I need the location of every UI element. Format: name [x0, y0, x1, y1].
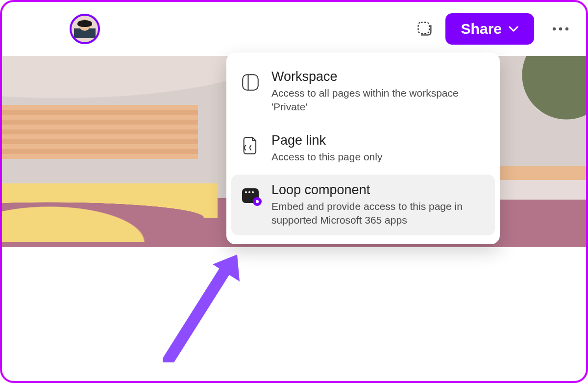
svg-point-3	[565, 27, 568, 30]
share-option-title: Workspace	[271, 69, 486, 84]
app-frame: Share Workspace Access to all pages wi	[0, 0, 588, 383]
svg-rect-0	[418, 23, 429, 34]
loop-component-icon	[240, 185, 261, 206]
share-button[interactable]: Share	[445, 13, 534, 45]
svg-point-1	[553, 27, 556, 30]
ellipsis-icon	[552, 27, 569, 31]
select-box-icon-button[interactable]	[413, 17, 437, 41]
share-option-desc: Access to this page only	[271, 150, 382, 164]
share-option-workspace[interactable]: Workspace Access to all pages within the…	[231, 61, 495, 122]
dashed-square-icon	[416, 20, 434, 38]
workspace-icon	[240, 72, 261, 93]
share-option-loop-component[interactable]: Loop component Embed and provide access …	[231, 175, 495, 235]
annotation-arrow-icon	[154, 250, 252, 362]
chevron-down-icon	[509, 26, 518, 32]
avatar[interactable]	[70, 14, 100, 44]
share-option-title: Loop component	[271, 182, 486, 198]
share-button-label: Share	[461, 21, 502, 37]
top-bar: Share	[2, 2, 586, 56]
share-option-desc: Access to all pages within the workspace…	[271, 86, 486, 114]
share-option-page-link[interactable]: Page link Access to this page only	[231, 125, 495, 172]
svg-point-2	[559, 27, 562, 30]
share-option-desc: Embed and provide access to this page in…	[271, 200, 486, 228]
svg-rect-4	[243, 75, 258, 90]
share-option-title: Page link	[271, 133, 382, 148]
page-link-icon	[240, 136, 261, 156]
share-dropdown: Workspace Access to all pages within the…	[226, 52, 500, 244]
more-options-button[interactable]	[549, 17, 572, 41]
